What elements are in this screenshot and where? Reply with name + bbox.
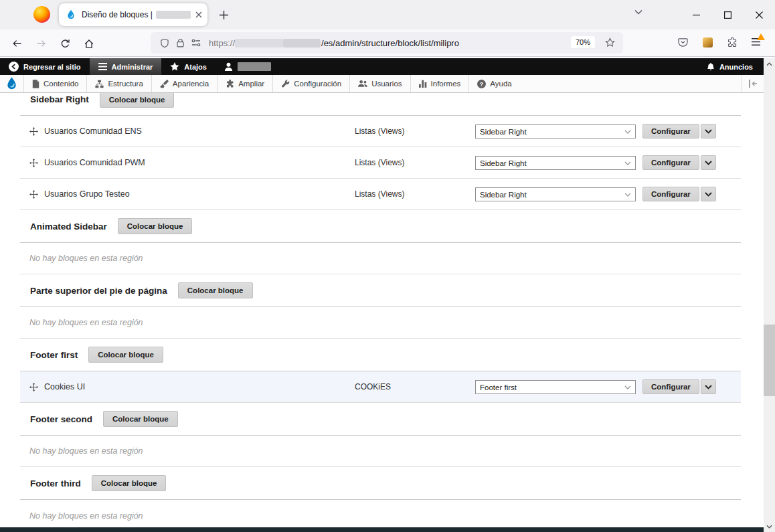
block-category: Listas (Views) xyxy=(355,126,404,136)
configure-dropdown-button[interactable] xyxy=(701,187,716,201)
back-to-site-link[interactable]: Regresar al sitio xyxy=(0,58,90,75)
region-select-value: Sidebar Right xyxy=(480,191,527,199)
bookmark-star-icon[interactable] xyxy=(605,37,615,48)
place-block-button[interactable]: Colocar bloque xyxy=(100,93,175,108)
menu-item-informes[interactable]: Informes xyxy=(410,75,469,92)
back-to-site-label: Regresar al sitio xyxy=(23,63,81,71)
window-maximize-button[interactable] xyxy=(712,0,743,29)
manage-tab[interactable]: Administrar xyxy=(90,58,162,75)
block-category: Listas (Views) xyxy=(355,158,404,167)
menu-item-ampliar[interactable]: Ampliar xyxy=(217,75,272,92)
collapse-left-icon xyxy=(748,80,758,88)
region-select[interactable]: Sidebar Right xyxy=(475,187,636,201)
list-all-tabs-icon[interactable] xyxy=(634,9,642,15)
new-tab-button[interactable] xyxy=(217,8,230,21)
drag-handle-icon[interactable] xyxy=(29,127,38,136)
url-protocol: https:// xyxy=(209,38,235,48)
update-warning-badge xyxy=(757,33,765,40)
place-block-button[interactable]: Colocar bloque xyxy=(88,347,163,363)
window-minimize-button[interactable] xyxy=(681,0,711,29)
announcements-label: Anuncios xyxy=(719,63,753,71)
operations: Configurar xyxy=(642,187,716,201)
menu-item-contenido[interactable]: Contenido xyxy=(23,75,86,92)
chevron-down-icon xyxy=(624,130,631,134)
puzzle-extensions-icon[interactable] xyxy=(727,37,738,48)
window-close-button[interactable] xyxy=(744,0,774,29)
manage-label: Administrar xyxy=(112,63,153,71)
menu-label: Ayuda xyxy=(490,80,511,88)
place-block-button[interactable]: Colocar bloque xyxy=(118,218,193,234)
home-button[interactable] xyxy=(79,33,99,54)
menu-item-configuracion[interactable]: Configuración xyxy=(272,75,349,92)
reload-button[interactable] xyxy=(55,33,75,54)
drag-handle-icon[interactable] xyxy=(29,383,38,391)
region-header-footer-second: Footer second Colocar bloque xyxy=(20,403,741,436)
user-account-tab[interactable] xyxy=(216,58,280,75)
tab-close-icon[interactable] xyxy=(195,11,202,18)
drag-handle-icon[interactable] xyxy=(29,159,38,167)
lock-icon[interactable] xyxy=(177,38,184,48)
redacted-site-name xyxy=(156,11,191,19)
region-title: Footer third xyxy=(30,478,81,489)
menu-item-ayuda[interactable]: ? Ayuda xyxy=(468,75,519,92)
configure-dropdown-button[interactable] xyxy=(701,155,716,170)
menu-item-usuarios[interactable]: Usuarios xyxy=(349,75,410,92)
region-header-footer-first: Footer first Colocar bloque xyxy=(20,339,741,371)
operations: Configurar xyxy=(642,124,716,139)
drupal-logo-icon[interactable] xyxy=(0,75,23,92)
permissions-icon[interactable] xyxy=(191,39,201,47)
scrollbar-thumb[interactable] xyxy=(764,325,775,396)
url-path: /es/admin/structure/block/list/milipro xyxy=(321,38,459,48)
drupal-menubar: Contenido Estructura Apariencia Ampliar … xyxy=(0,75,764,93)
block-layout-table: Sidebar Right Colocar bloque Usuarios Co… xyxy=(20,93,741,531)
forward-button[interactable] xyxy=(31,33,51,54)
user-icon xyxy=(224,62,233,71)
hamburger-menu-icon[interactable] xyxy=(751,37,761,46)
page-scrollbar[interactable] xyxy=(764,58,775,532)
announcements-tab[interactable]: Anuncios xyxy=(696,58,764,75)
empty-region-row: No hay bloques en esta región xyxy=(20,500,741,531)
firefox-logo-icon[interactable] xyxy=(33,6,50,23)
configure-button[interactable]: Configurar xyxy=(642,155,699,170)
extension-icon[interactable] xyxy=(703,37,713,48)
back-button[interactable] xyxy=(7,33,27,54)
drupal-admin-toolbar: Regresar al sitio Administrar Atajos Anu… xyxy=(0,58,764,75)
menu-label: Contenido xyxy=(44,80,78,88)
url-bar[interactable]: https:// /es/admin/structure/block/list/… xyxy=(151,32,623,54)
menu-item-estructura[interactable]: Estructura xyxy=(86,75,151,92)
scrollbar-down-icon[interactable] xyxy=(764,521,775,532)
region-select[interactable]: Sidebar Right xyxy=(475,124,636,139)
pocket-icon[interactable] xyxy=(678,37,688,48)
toolbar-orientation-toggle[interactable] xyxy=(742,75,764,92)
region-select[interactable]: Sidebar Right xyxy=(475,156,636,170)
empty-region-message: No hay bloques en esta región xyxy=(29,446,143,456)
redacted-username xyxy=(238,62,271,71)
redacted-domain xyxy=(235,39,283,48)
menu-label: Informes xyxy=(431,80,461,88)
place-block-button[interactable]: Colocar bloque xyxy=(178,282,253,298)
configure-button[interactable]: Configurar xyxy=(642,124,699,139)
block-title: Usuarios Comunidad PWM xyxy=(44,158,145,167)
place-block-button[interactable]: Colocar bloque xyxy=(103,411,178,427)
configure-dropdown-button[interactable] xyxy=(701,124,716,139)
region-title: Animated Sidebar xyxy=(30,221,107,232)
place-block-button[interactable]: Colocar bloque xyxy=(92,475,167,491)
block-row-usuarios-grupo-testeo: Usuarios Grupo Testeo Listas (Views) Sid… xyxy=(20,179,741,210)
shortcuts-tab[interactable]: Atajos xyxy=(161,58,216,75)
menu-label: Ampliar xyxy=(238,80,264,88)
block-title: Cookies UI xyxy=(44,382,85,391)
zoom-level-button[interactable]: 70% xyxy=(571,36,595,48)
drag-handle-icon[interactable] xyxy=(29,190,38,199)
configure-dropdown-button[interactable] xyxy=(701,379,716,394)
region-title: Footer second xyxy=(30,414,92,424)
menu-item-apariencia[interactable]: Apariencia xyxy=(151,75,217,92)
puzzle-icon xyxy=(226,80,234,88)
block-row-usuarios-comunidad-ens: Usuarios Comunidad ENS Listas (Views) Si… xyxy=(20,116,741,147)
configure-button[interactable]: Configurar xyxy=(642,187,699,201)
scrollbar-up-icon[interactable] xyxy=(764,58,775,70)
chevron-down-icon xyxy=(624,385,631,389)
region-select[interactable]: Footer first xyxy=(475,380,636,394)
configure-button[interactable]: Configurar xyxy=(642,379,699,394)
browser-tab[interactable]: Diseño de bloques | xyxy=(59,3,207,26)
shield-icon[interactable] xyxy=(160,38,169,48)
